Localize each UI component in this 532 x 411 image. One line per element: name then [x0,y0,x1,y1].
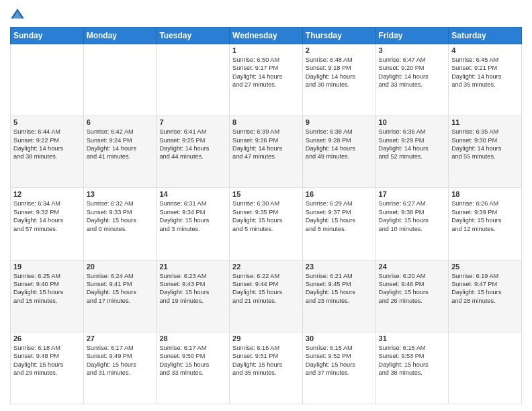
cell-info: Sunrise: 6:48 AMSunset: 9:18 PMDaylight:… [306,56,373,89]
day-of-week-header: Saturday [449,28,522,44]
cell-info: Sunrise: 6:47 AMSunset: 9:20 PMDaylight:… [379,56,446,89]
day-number: 24 [379,263,446,271]
cell-info: Sunrise: 6:50 AMSunset: 9:17 PMDaylight:… [232,56,300,89]
day-of-week-header: Tuesday [157,28,230,44]
calendar-cell: 25Sunrise: 6:19 AMSunset: 9:47 PMDayligh… [449,260,522,332]
day-number: 16 [306,190,373,198]
cell-info: Sunrise: 6:16 AMSunset: 9:51 PMDaylight:… [232,344,300,377]
calendar-cell: 14Sunrise: 6:31 AMSunset: 9:34 PMDayligh… [157,188,230,260]
calendar-cell: 17Sunrise: 6:27 AMSunset: 9:38 PMDayligh… [375,188,449,260]
cell-info: Sunrise: 6:25 AMSunset: 9:40 PMDaylight:… [13,272,81,306]
page: SundayMondayTuesdayWednesdayThursdayFrid… [0,0,532,411]
day-number: 27 [87,334,154,342]
calendar-cell: 20Sunrise: 6:24 AMSunset: 9:41 PMDayligh… [83,260,157,332]
day-number: 9 [306,118,373,126]
day-of-week-header: Wednesday [230,28,303,44]
cell-info: Sunrise: 6:26 AMSunset: 9:39 PMDaylight:… [451,199,519,233]
day-number: 30 [306,334,373,342]
day-number: 7 [159,118,226,126]
calendar-cell: 9Sunrise: 6:38 AMSunset: 9:28 PMDaylight… [302,116,375,188]
cell-info: Sunrise: 6:45 AMSunset: 9:21 PMDaylight:… [451,56,519,89]
calendar-cell [449,332,522,404]
day-number: 6 [87,118,154,126]
cell-info: Sunrise: 6:20 AMSunset: 9:46 PMDaylight:… [379,272,446,306]
day-number: 15 [232,190,300,198]
day-number: 29 [232,334,300,342]
cell-info: Sunrise: 6:22 AMSunset: 9:44 PMDaylight:… [232,272,300,306]
calendar-cell: 3Sunrise: 6:47 AMSunset: 9:20 PMDaylight… [375,44,449,116]
cell-info: Sunrise: 6:35 AMSunset: 9:30 PMDaylight:… [451,128,519,161]
day-number: 2 [306,46,373,54]
day-number: 23 [306,263,373,271]
day-number: 28 [159,334,226,342]
cell-info: Sunrise: 6:38 AMSunset: 9:28 PMDaylight:… [306,128,373,161]
day-number: 8 [232,118,300,126]
calendar-cell: 27Sunrise: 6:17 AMSunset: 9:49 PMDayligh… [83,332,157,404]
cell-info: Sunrise: 6:30 AMSunset: 9:35 PMDaylight:… [232,199,300,233]
cell-info: Sunrise: 6:44 AMSunset: 9:22 PMDaylight:… [13,128,81,161]
day-number: 17 [379,190,446,198]
cell-info: Sunrise: 6:31 AMSunset: 9:34 PMDaylight:… [159,199,226,233]
day-number: 25 [451,263,519,271]
calendar-cell: 7Sunrise: 6:41 AMSunset: 9:25 PMDaylight… [157,116,230,188]
day-of-week-header: Friday [375,28,449,44]
calendar-cell: 6Sunrise: 6:42 AMSunset: 9:24 PMDaylight… [83,116,157,188]
calendar-cell: 13Sunrise: 6:32 AMSunset: 9:33 PMDayligh… [83,188,157,260]
day-of-week-header: Sunday [11,28,84,44]
cell-info: Sunrise: 6:19 AMSunset: 9:47 PMDaylight:… [451,272,519,306]
day-number: 31 [379,334,446,342]
calendar-cell: 18Sunrise: 6:26 AMSunset: 9:39 PMDayligh… [449,188,522,260]
day-number: 3 [379,46,446,54]
day-number: 19 [13,263,81,271]
day-number: 4 [451,46,519,54]
calendar-cell: 19Sunrise: 6:25 AMSunset: 9:40 PMDayligh… [11,260,84,332]
calendar-cell: 21Sunrise: 6:23 AMSunset: 9:43 PMDayligh… [157,260,230,332]
cell-info: Sunrise: 6:18 AMSunset: 9:48 PMDaylight:… [13,344,81,377]
calendar-cell [83,44,157,116]
calendar: SundayMondayTuesdayWednesdayThursdayFrid… [10,27,522,404]
day-number: 26 [13,334,81,342]
cell-info: Sunrise: 6:17 AMSunset: 9:49 PMDaylight:… [87,344,154,377]
calendar-cell: 23Sunrise: 6:21 AMSunset: 9:45 PMDayligh… [302,260,375,332]
day-number: 14 [159,190,226,198]
calendar-cell: 26Sunrise: 6:18 AMSunset: 9:48 PMDayligh… [11,332,84,404]
cell-info: Sunrise: 6:24 AMSunset: 9:41 PMDaylight:… [87,272,154,306]
day-number: 21 [159,263,226,271]
logo [10,7,26,21]
cell-info: Sunrise: 6:23 AMSunset: 9:43 PMDaylight:… [159,272,226,306]
day-number: 5 [13,118,81,126]
calendar-cell: 11Sunrise: 6:35 AMSunset: 9:30 PMDayligh… [449,116,522,188]
calendar-cell: 29Sunrise: 6:16 AMSunset: 9:51 PMDayligh… [230,332,303,404]
calendar-cell: 22Sunrise: 6:22 AMSunset: 9:44 PMDayligh… [230,260,303,332]
calendar-cell: 12Sunrise: 6:34 AMSunset: 9:32 PMDayligh… [11,188,84,260]
cell-info: Sunrise: 6:34 AMSunset: 9:32 PMDaylight:… [13,199,81,233]
day-number: 22 [232,263,300,271]
cell-info: Sunrise: 6:27 AMSunset: 9:38 PMDaylight:… [379,199,446,233]
calendar-cell: 8Sunrise: 6:39 AMSunset: 9:26 PMDaylight… [230,116,303,188]
cell-info: Sunrise: 6:15 AMSunset: 9:52 PMDaylight:… [306,344,373,377]
day-number: 20 [87,263,154,271]
calendar-cell [11,44,84,116]
calendar-week-row: 19Sunrise: 6:25 AMSunset: 9:40 PMDayligh… [11,260,522,332]
day-number: 10 [379,118,446,126]
calendar-cell [157,44,230,116]
calendar-cell: 16Sunrise: 6:29 AMSunset: 9:37 PMDayligh… [302,188,375,260]
day-of-week-header: Thursday [302,28,375,44]
calendar-week-row: 12Sunrise: 6:34 AMSunset: 9:32 PMDayligh… [11,188,522,260]
cell-info: Sunrise: 6:32 AMSunset: 9:33 PMDaylight:… [87,199,154,233]
calendar-cell: 31Sunrise: 6:15 AMSunset: 9:53 PMDayligh… [375,332,449,404]
cell-info: Sunrise: 6:17 AMSunset: 9:50 PMDaylight:… [159,344,226,377]
calendar-cell: 24Sunrise: 6:20 AMSunset: 9:46 PMDayligh… [375,260,449,332]
day-number: 18 [451,190,519,198]
cell-info: Sunrise: 6:41 AMSunset: 9:25 PMDaylight:… [159,128,226,161]
cell-info: Sunrise: 6:29 AMSunset: 9:37 PMDaylight:… [306,199,373,233]
calendar-cell: 4Sunrise: 6:45 AMSunset: 9:21 PMDaylight… [449,44,522,116]
calendar-cell: 30Sunrise: 6:15 AMSunset: 9:52 PMDayligh… [302,332,375,404]
calendar-week-row: 1Sunrise: 6:50 AMSunset: 9:17 PMDaylight… [11,44,522,116]
header [10,7,522,21]
calendar-cell: 2Sunrise: 6:48 AMSunset: 9:18 PMDaylight… [302,44,375,116]
calendar-cell: 1Sunrise: 6:50 AMSunset: 9:17 PMDaylight… [230,44,303,116]
calendar-cell: 10Sunrise: 6:36 AMSunset: 9:29 PMDayligh… [375,116,449,188]
calendar-header-row: SundayMondayTuesdayWednesdayThursdayFrid… [11,28,522,44]
calendar-week-row: 26Sunrise: 6:18 AMSunset: 9:48 PMDayligh… [11,332,522,404]
